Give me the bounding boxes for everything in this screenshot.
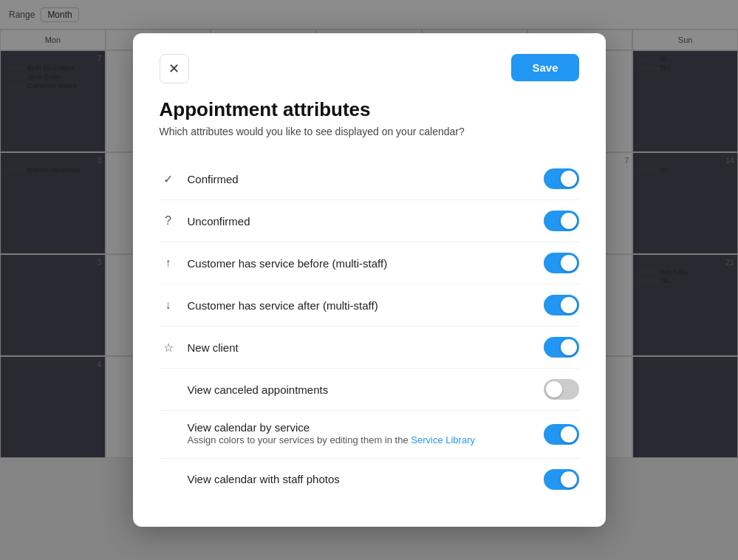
attr-row-confirmed: ✓ Confirmed (160, 158, 579, 200)
attr-left: ↓ Customer has service after (multi-staf… (160, 296, 535, 314)
attr-row-service-before: ↑ Customer has service before (multi-sta… (160, 242, 579, 284)
view-by-service-icon (160, 426, 177, 443)
appointment-attributes-modal: ✕ Save Appointment attributes Which attr… (133, 33, 606, 526)
toggle-slider-service-before (544, 253, 579, 273)
attr-label-view-canceled: View canceled appointments (188, 383, 329, 396)
attr-left: ☆ New client (160, 338, 535, 356)
attr-label-staff-photos: View calendar with staff photos (188, 473, 340, 485)
toggle-service-before[interactable] (544, 253, 579, 273)
attr-row-view-canceled: View canceled appointments (160, 369, 579, 411)
modal-header: ✕ Save (160, 54, 579, 83)
close-button[interactable]: ✕ (160, 54, 189, 83)
toggle-slider-view-canceled (544, 379, 579, 400)
toggle-slider-view-by-service (544, 424, 579, 445)
modal-subtitle: Which attributes would you like to see d… (160, 126, 579, 137)
toggle-view-by-service[interactable] (544, 424, 579, 445)
attr-left: View canceled appointments (160, 380, 535, 398)
attr-left: ↑ Customer has service before (multi-sta… (160, 254, 535, 272)
toggle-slider-new-client (544, 337, 579, 358)
modal-overlay: ✕ Save Appointment attributes Which attr… (0, 0, 738, 560)
attr-text-group: View calendar by service Assign colors t… (188, 421, 475, 447)
unconfirmed-icon: ? (160, 212, 177, 230)
attr-left: View calendar with staff photos (160, 471, 535, 488)
toggle-slider-confirmed (544, 168, 579, 189)
attr-label-unconfirmed: Unconfirmed (188, 215, 250, 228)
attr-row-new-client: ☆ New client (160, 327, 579, 369)
toggle-slider-service-after (544, 295, 579, 315)
new-client-icon: ☆ (160, 338, 177, 356)
attr-row-staff-photos: View calendar with staff photos (160, 459, 579, 500)
attr-row-view-by-service: View calendar by service Assign colors t… (160, 411, 579, 458)
attr-label-service-after: Customer has service after (multi-staff) (188, 299, 378, 312)
toggle-staff-photos[interactable] (544, 469, 579, 490)
modal-title: Appointment attributes (160, 98, 579, 121)
toggle-service-after[interactable] (544, 295, 579, 315)
toggle-slider-staff-photos (544, 469, 579, 490)
staff-photos-icon (160, 471, 177, 488)
attr-left: View calendar by service Assign colors t… (160, 421, 535, 447)
save-button[interactable]: Save (511, 54, 578, 81)
service-after-icon: ↓ (160, 296, 177, 314)
attr-row-service-after: ↓ Customer has service after (multi-staf… (160, 284, 579, 327)
toggle-new-client[interactable] (544, 337, 579, 358)
service-library-link[interactable]: Service Library (411, 434, 475, 445)
attr-left: ? Unconfirmed (160, 212, 535, 230)
attr-label-new-client: New client (188, 341, 239, 354)
toggle-unconfirmed[interactable] (544, 211, 579, 231)
attr-left: ✓ Confirmed (160, 170, 535, 188)
attr-desc-view-by-service: Assign colors to your services by editin… (188, 434, 475, 447)
toggle-confirmed[interactable] (544, 168, 579, 189)
toggle-view-canceled[interactable] (544, 379, 579, 400)
service-before-icon: ↑ (160, 254, 177, 272)
attr-label-confirmed: Confirmed (188, 173, 239, 185)
attr-label-service-before: Customer has service before (multi-staff… (188, 257, 388, 270)
confirmed-icon: ✓ (160, 170, 177, 188)
view-canceled-icon (160, 380, 177, 398)
attr-row-unconfirmed: ? Unconfirmed (160, 200, 579, 242)
attr-label-view-by-service: View calendar by service (188, 421, 475, 434)
toggle-slider-unconfirmed (544, 211, 579, 231)
